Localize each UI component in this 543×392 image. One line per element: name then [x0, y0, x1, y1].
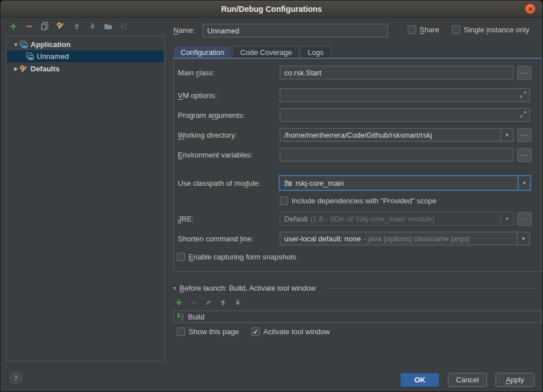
working-directory-combobox[interactable]: /home/meriherrera/Code/Github/rsksmart/r… [280, 128, 514, 142]
remove-configuration-button[interactable] [24, 22, 33, 31]
add-task-button[interactable] [174, 298, 183, 306]
arrow-up-icon [219, 299, 227, 306]
window-title: Run/Debug Configurations [221, 5, 322, 14]
svg-text:01: 01 [181, 318, 184, 321]
working-directory-label: Working directory: [178, 131, 280, 139]
jre-combobox[interactable]: Default (1.8 - SDK of 'rskj-core_main' m… [280, 212, 514, 225]
include-provided-row: Include dependencies with "Provided" sco… [280, 193, 530, 208]
use-classpath-combobox[interactable]: rskj-core_main ▼ [279, 175, 531, 191]
jre-browse-button[interactable]: ... [517, 212, 532, 226]
expand-field-icon[interactable] [519, 90, 528, 99]
ellipsis-icon: ... [520, 150, 528, 157]
move-up-button[interactable] [72, 22, 81, 31]
activate-tool-window-checkbox[interactable]: ✓ [251, 327, 260, 336]
configurations-tree: ▼ Application Unnamed ▶ Defaults [6, 36, 165, 361]
before-launch-title: Before launch: Build, Activate tool wind… [179, 284, 316, 292]
vm-options-label: VM options: [178, 91, 280, 100]
main-class-label: Main class: [178, 69, 280, 77]
dropdown-arrow-icon[interactable]: ▼ [501, 212, 513, 225]
single-instance-checkbox[interactable] [452, 25, 460, 34]
dropdown-arrow-icon[interactable]: ▼ [501, 129, 513, 141]
move-task-up-button[interactable] [219, 298, 227, 306]
main-class-browse-button[interactable]: ... [517, 66, 532, 80]
main-class-row: Main class: co.rsk.Start ... [178, 65, 530, 80]
edit-task-button[interactable] [204, 298, 212, 306]
pencil-icon [204, 299, 212, 306]
jre-label: JRE: [178, 215, 280, 223]
before-launch-options: Show this page ✓ Activate tool window [177, 327, 330, 336]
edit-defaults-button[interactable] [56, 22, 65, 31]
tab-bar: Configuration Code Coverage Logs [173, 46, 331, 58]
chevron-right-icon[interactable]: ▶ [12, 66, 19, 71]
add-configuration-button[interactable] [8, 22, 18, 31]
configurations-toolbar: az [8, 22, 129, 31]
section-divider [324, 288, 541, 288]
tree-item-label: Unnamed [37, 52, 69, 61]
dropdown-arrow-icon[interactable]: ▼ [517, 232, 529, 245]
program-arguments-input[interactable] [280, 108, 530, 122]
enable-capturing-checkbox[interactable] [177, 253, 185, 261]
tree-item-defaults[interactable]: ▶ Defaults [7, 63, 164, 75]
jre-row: JRE: Default (1.8 - SDK of 'rskj-core_ma… [178, 211, 530, 226]
remove-task-button[interactable] [189, 298, 198, 306]
dropdown-arrow-icon[interactable]: ▼ [518, 176, 530, 190]
ellipsis-icon: ... [520, 130, 528, 138]
section-collapse-icon[interactable]: ▾ [173, 285, 176, 291]
vm-options-input[interactable] [280, 88, 530, 102]
working-directory-browse-button[interactable]: ... [517, 128, 532, 142]
sort-configurations-button[interactable]: az [119, 22, 129, 31]
tree-item-application[interactable]: ▼ Application [7, 39, 164, 50]
build-icon: 011001 [176, 312, 185, 321]
cancel-button[interactable]: Cancel [448, 373, 487, 387]
arrow-down-icon [234, 299, 242, 306]
single-instance-label: Single instance only [464, 25, 529, 34]
wrench-gear-icon [19, 65, 28, 74]
name-input[interactable]: Unnamed [203, 24, 388, 37]
activate-tool-window-row: ✓ Activate tool window [251, 327, 330, 336]
task-row-build[interactable]: 011001 Build [174, 311, 541, 322]
enable-capturing-row: Enable capturing form snapshots [177, 249, 530, 264]
before-launch-task-list: 011001 Build [173, 310, 542, 323]
sort-az-icon: az [119, 22, 129, 31]
wrench-gear-icon [56, 22, 65, 31]
show-this-page-row: Show this page [177, 327, 239, 336]
expand-field-icon[interactable] [519, 110, 528, 119]
apply-button[interactable]: Apply [495, 373, 535, 387]
tab-configuration[interactable]: Configuration [173, 46, 232, 58]
run-debug-configurations-dialog: Run/Debug Configurations × az [0, 0, 543, 392]
ellipsis-icon: ... [520, 214, 528, 221]
shorten-command-line-combobox[interactable]: user-local default: none - java [options… [280, 232, 530, 245]
help-button[interactable]: ? [10, 372, 22, 384]
move-task-down-button[interactable] [233, 298, 242, 306]
remove-icon [25, 22, 33, 31]
svg-text:z: z [125, 26, 127, 30]
move-down-button[interactable] [88, 22, 97, 31]
share-checkbox[interactable] [408, 25, 416, 34]
vm-options-row: VM options: [178, 88, 530, 103]
close-button[interactable]: × [525, 3, 536, 14]
single-instance-checkbox-row: Single instance only [452, 25, 529, 34]
create-folder-button[interactable] [104, 22, 113, 31]
chevron-down-icon[interactable]: ▼ [12, 42, 19, 48]
environment-variables-browse-button[interactable]: ... [517, 148, 532, 162]
close-icon: × [528, 5, 533, 12]
share-checkbox-row: Share [408, 25, 439, 34]
share-label: Share [420, 25, 439, 34]
environment-variables-input[interactable] [280, 148, 514, 161]
main-class-input[interactable]: co.rsk.Start [280, 66, 514, 79]
before-launch-toolbar [174, 298, 242, 306]
program-arguments-row: Program arguments: [178, 108, 530, 122]
show-this-page-checkbox[interactable] [177, 327, 185, 336]
include-provided-checkbox[interactable] [280, 197, 288, 205]
tab-code-coverage[interactable]: Code Coverage [233, 46, 299, 58]
tree-item-label: Defaults [31, 65, 59, 73]
environment-variables-label: Environment variables: [178, 151, 280, 159]
help-icon: ? [14, 374, 18, 382]
tab-logs[interactable]: Logs [300, 46, 331, 58]
before-launch-section-header[interactable]: ▾ Before launch: Build, Activate tool wi… [173, 284, 541, 292]
tree-item-unnamed[interactable]: Unnamed [7, 50, 164, 62]
copy-configuration-button[interactable] [40, 22, 49, 31]
show-this-page-label: Show this page [189, 327, 239, 336]
ok-button[interactable]: OK [400, 373, 439, 387]
arrow-down-icon [88, 22, 97, 31]
